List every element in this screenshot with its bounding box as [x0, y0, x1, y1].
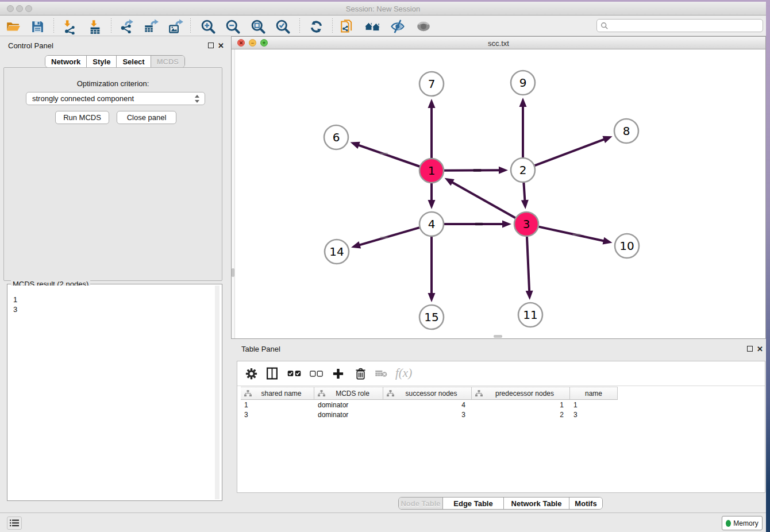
graph-node-4[interactable]: 4 [419, 212, 444, 236]
import-network-icon [61, 19, 77, 34]
delete-column-button[interactable] [352, 365, 369, 382]
save-session-button[interactable] [29, 18, 46, 35]
network-canvas[interactable]: 7968124314101511 [236, 49, 766, 335]
network-view-window: ✕ − + scc.txt 7968124314101511 [231, 36, 766, 339]
graph-node-10[interactable]: 10 [615, 234, 639, 258]
control-panel-float-button[interactable] [208, 43, 214, 48]
mcds-result-item[interactable]: 1 [13, 295, 217, 304]
column-tree-icon [318, 390, 325, 396]
column-header-name[interactable]: name [570, 387, 618, 399]
svg-text:2: 2 [519, 163, 527, 177]
close-panel-button[interactable]: Close panel [117, 111, 176, 124]
show-columns-button[interactable] [263, 365, 280, 382]
table-tab-motifs[interactable]: Motifs [569, 498, 602, 509]
table-settings-button[interactable] [242, 365, 260, 382]
graph-node-11[interactable]: 11 [518, 303, 542, 327]
network-vertical-scrollbar[interactable] [232, 49, 235, 338]
mcds-result-scrollbar[interactable] [215, 286, 220, 499]
svg-text:4: 4 [428, 217, 436, 231]
table-cell[interactable]: 1 [472, 400, 570, 410]
table-row-3[interactable]: 3dominator323 [241, 410, 618, 420]
search-input[interactable] [596, 19, 763, 32]
graph-node-1[interactable]: 1 [419, 159, 444, 183]
control-tab-mcds[interactable]: MCDS [151, 56, 184, 67]
run-mcds-button[interactable]: Run MCDS [55, 111, 109, 124]
toolbar-separator [111, 18, 111, 33]
table-tab-edge-table[interactable]: Edge Table [443, 498, 504, 509]
mcds-result-list[interactable]: 13 [9, 286, 217, 499]
graph-node-2[interactable]: 2 [511, 158, 535, 182]
svg-text:3: 3 [523, 217, 530, 231]
table-tab-node-table[interactable]: Node Table [399, 498, 443, 509]
export-network-button[interactable] [117, 18, 134, 35]
open-session-button[interactable] [5, 18, 22, 35]
table-row-1[interactable]: 1dominator411 [241, 400, 618, 410]
control-panel-close-button[interactable]: ✕ [218, 43, 224, 49]
column-header-shared-name[interactable]: shared name [241, 387, 314, 399]
table-cell[interactable]: dominator [314, 410, 383, 420]
network-from-document-button[interactable] [339, 18, 356, 35]
graph-node-9[interactable]: 9 [511, 71, 535, 95]
export-image-button[interactable] [167, 18, 184, 35]
graph-node-7[interactable]: 7 [419, 72, 444, 96]
import-network-button[interactable] [60, 18, 78, 35]
export-table-button[interactable] [143, 18, 160, 35]
panel-menu-button[interactable] [7, 516, 22, 530]
home-button[interactable] [364, 18, 381, 35]
show-graphics-button[interactable] [415, 18, 432, 35]
edge-2-3[interactable] [523, 183, 525, 202]
graph-node-14[interactable]: 14 [325, 240, 349, 264]
edge-1-2[interactable] [444, 170, 501, 171]
control-tab-network[interactable]: Network [45, 56, 87, 67]
table-cell[interactable]: 3 [570, 410, 618, 420]
control-tab-select[interactable]: Select [117, 56, 151, 67]
svg-text:9: 9 [519, 76, 527, 90]
column-header-MCDS-role[interactable]: MCDS role [314, 387, 383, 399]
network-window-titlebar[interactable]: ✕ − + scc.txt [232, 37, 765, 49]
table-panel-close-button[interactable]: ✕ [757, 346, 763, 353]
table-panel-float-button[interactable] [747, 346, 753, 352]
column-header-predecessor-nodes[interactable]: predecessor nodes [472, 387, 570, 399]
control-panel-tabs: NetworkStyleSelectMCDS [45, 55, 185, 68]
edge-3-11[interactable] [527, 237, 529, 293]
optimization-criterion-select[interactable]: strongly connected component [26, 92, 205, 105]
table-cell[interactable]: 1 [241, 400, 314, 410]
column-header-successor-nodes[interactable]: successor nodes [383, 387, 472, 399]
table-toolbar: f(x) [237, 361, 765, 386]
refresh-button[interactable] [307, 18, 325, 35]
edge-3-10[interactable] [538, 227, 605, 241]
edge-2-8[interactable] [535, 138, 606, 165]
delete-table-button[interactable] [372, 365, 390, 382]
memory-button[interactable]: Memory [722, 516, 763, 530]
table-cell[interactable]: 2 [472, 410, 570, 420]
table-cell[interactable]: dominator [314, 400, 383, 410]
control-tab-style[interactable]: Style [87, 56, 117, 67]
import-table-button[interactable] [86, 18, 103, 35]
edge-4-14[interactable] [357, 228, 419, 245]
zoom-out-button[interactable] [224, 18, 241, 35]
graph-node-15[interactable]: 15 [419, 305, 444, 329]
mcds-result-item[interactable]: 3 [13, 304, 217, 314]
edge-3-1[interactable] [451, 182, 515, 218]
network-horizontal-scrollbar-thumb[interactable] [494, 335, 502, 338]
select-all-button[interactable] [286, 365, 303, 382]
edge-1-6[interactable] [357, 145, 419, 167]
zoom-selected-button[interactable] [274, 18, 291, 35]
table-tab-network-table[interactable]: Network Table [504, 498, 569, 509]
zoom-fit-icon [251, 19, 266, 34]
table-cell[interactable]: 4 [383, 400, 472, 410]
hide-graphics-button[interactable] [389, 18, 406, 35]
table-cell[interactable]: 3 [241, 410, 314, 420]
graph-node-8[interactable]: 8 [614, 119, 638, 143]
table-cell[interactable]: 3 [383, 410, 472, 420]
deselect-all-button[interactable] [307, 365, 325, 382]
graph-node-3[interactable]: 3 [514, 212, 538, 236]
add-column-button[interactable] [329, 365, 346, 382]
zoom-in-button[interactable] [199, 18, 217, 35]
table-cell[interactable]: 1 [570, 400, 618, 410]
network-vertical-scrollbar-thumb[interactable] [232, 268, 234, 277]
edge-arrowhead [351, 142, 360, 149]
graph-node-6[interactable]: 6 [324, 125, 348, 149]
zoom-fit-button[interactable] [249, 18, 267, 35]
function-builder-button[interactable]: f(x) [395, 366, 412, 380]
